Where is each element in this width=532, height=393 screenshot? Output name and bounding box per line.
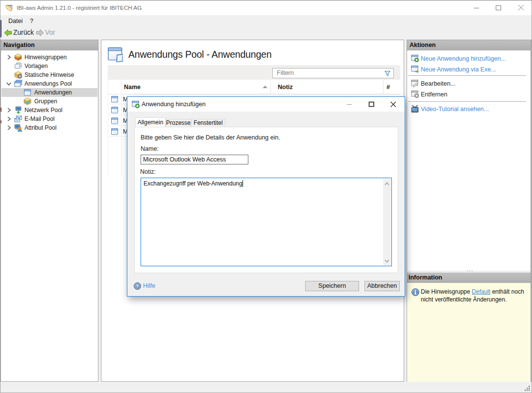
svg-text:?: ? <box>136 283 139 289</box>
